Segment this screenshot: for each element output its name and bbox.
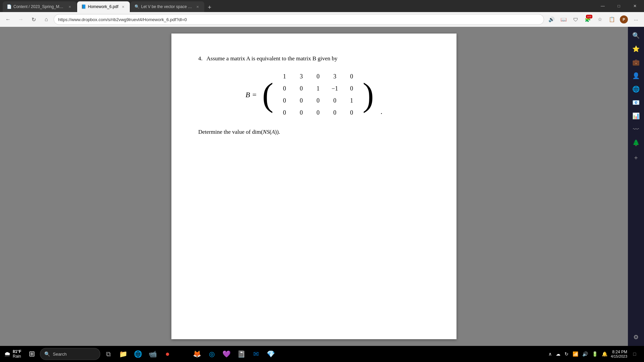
edge-favorites-icon[interactable]: ⭐: [630, 43, 642, 55]
taskbar-search-text: Search: [53, 352, 66, 357]
system-clock[interactable]: 8:24 PM 4/15/2023: [611, 350, 627, 358]
close-button[interactable]: ✕: [627, 0, 643, 12]
back-button[interactable]: ←: [3, 14, 13, 25]
navigation-bar: ← → ↻ ⌂ https://www.dropbox.com/s/rib2vw…: [0, 12, 644, 27]
cell-3-4: 0: [345, 107, 358, 118]
right-bracket: ): [363, 71, 374, 119]
tab-favicon-2: 📘: [81, 4, 86, 9]
cell-2-4: 1: [345, 95, 358, 106]
taskbar-search-icon: 🔍: [44, 351, 50, 357]
forward-button[interactable]: →: [15, 14, 26, 25]
cell-1-3: −1: [328, 83, 341, 94]
edge-outlook-icon[interactable]: 📧: [630, 97, 642, 109]
matrix-grid: 1 3 0 3 0 0 0 1 −1: [276, 71, 360, 119]
title-bar-left: 📄 Content / 2023_Spring_MATH_2... ✕ 📘 Ho…: [0, 0, 595, 12]
extension-badge: 103: [586, 15, 592, 18]
edge-briefcase-icon[interactable]: 💼: [630, 56, 642, 68]
taskbar: 🌧 81°F Rain ⊞ 🔍 Search ⧉ 📁 🌐 📹 ● 🛍 🦊 ◎ 💜…: [0, 346, 644, 362]
cell-0-0: 1: [278, 71, 291, 82]
tab-close-button-3[interactable]: ✕: [195, 4, 200, 9]
edge-add-icon[interactable]: ＋: [630, 152, 642, 164]
sub-problem-text: Determine the value of dim(NS(A)).: [198, 129, 280, 135]
taskbar-chrome[interactable]: ●: [161, 347, 174, 361]
tray-notification[interactable]: 🔔: [600, 350, 609, 358]
start-button[interactable]: ⊞: [25, 347, 39, 361]
taskbar-edge[interactable]: 🌐: [131, 347, 145, 361]
profile-avatar: P: [620, 15, 628, 23]
cell-1-1: 0: [294, 83, 308, 94]
taskbar-cortana[interactable]: ◎: [205, 347, 218, 361]
edge-person-icon[interactable]: 👤: [630, 70, 642, 82]
cell-3-3: 0: [328, 107, 341, 118]
cell-3-0: 0: [278, 107, 291, 118]
cell-0-3: 3: [328, 71, 341, 82]
maximize-button[interactable]: □: [611, 0, 627, 12]
tray-onedrive[interactable]: ☁: [554, 350, 562, 358]
edge-chart-icon[interactable]: 📊: [630, 110, 642, 122]
tab-vectorspace[interactable]: 🔍 Let V be the vector space of all 2... …: [130, 1, 204, 12]
matrix-equation: B = ( 1 3 0 3 0: [246, 71, 382, 119]
tab-bar: 📄 Content / 2023_Spring_MATH_2... ✕ 📘 Ho…: [0, 0, 214, 12]
cell-2-2: 0: [311, 95, 325, 106]
cell-0-2: 0: [311, 71, 325, 82]
system-tray-area: ∧ ☁ ↻ 📶 🔊 🔋 🔔 8:24 PM 4/15/2023 □: [547, 349, 640, 359]
taskbar-store[interactable]: 🛍: [175, 347, 189, 361]
cell-0-1: 3: [294, 71, 308, 82]
tab-content[interactable]: 📄 Content / 2023_Spring_MATH_2... ✕: [3, 1, 76, 12]
edge-search-icon[interactable]: 🔍: [630, 29, 642, 42]
tray-sound[interactable]: 🔊: [581, 350, 589, 358]
taskbar-mail[interactable]: ✉: [249, 347, 263, 361]
shield-button[interactable]: 🛡: [570, 14, 581, 25]
tab-title-2: Homework_6.pdf: [88, 4, 118, 9]
cell-1-4: 0: [345, 83, 358, 94]
notification-center[interactable]: □: [629, 349, 640, 359]
tab-title: Content / 2023_Spring_MATH_2...: [13, 4, 65, 9]
pdf-viewer: 4. Assume a matrix A is equivalent to th…: [0, 27, 628, 346]
home-button[interactable]: ⌂: [41, 14, 52, 25]
matrix-container: B = ( 1 3 0 3 0: [198, 71, 430, 119]
problem-text: Assume a matrix A is equivalent to the m…: [207, 55, 337, 62]
tab-favicon: 📄: [7, 4, 11, 9]
cell-2-3: 0: [328, 95, 341, 106]
extensions-button[interactable]: 🧩 103: [582, 14, 593, 25]
cell-3-2: 0: [311, 107, 325, 118]
tray-show-hidden[interactable]: ∧: [547, 350, 553, 358]
address-bar[interactable]: https://www.dropbox.com/s/rib2vwg9lruevt…: [54, 14, 544, 25]
tray-network[interactable]: 📶: [571, 350, 580, 358]
new-tab-button[interactable]: +: [205, 3, 214, 12]
taskbar-search[interactable]: 🔍 Search: [40, 348, 100, 360]
read-aloud-button[interactable]: 🔊: [546, 14, 557, 25]
matrix-label: B =: [246, 88, 257, 102]
immersive-reader-button[interactable]: 📖: [558, 14, 569, 25]
taskbar-visualstudio[interactable]: 💜: [220, 347, 233, 361]
problem-header: 4. Assume a matrix A is equivalent to th…: [198, 54, 430, 64]
matrix-bracket-container: ( 1 3 0 3 0 0 0: [262, 71, 374, 119]
favorites-button[interactable]: ☆: [594, 14, 605, 25]
tab-favicon-3: 🔍: [135, 4, 139, 9]
refresh-button[interactable]: ↻: [28, 14, 39, 25]
more-button[interactable]: ···: [631, 14, 641, 25]
profile-button[interactable]: P: [619, 14, 629, 25]
weather-temp: 81°F: [13, 349, 21, 354]
taskbar-firefox[interactable]: 🦊: [190, 347, 204, 361]
edge-settings-icon[interactable]: ⚙: [630, 331, 642, 343]
weather-icon: 🌧: [4, 350, 11, 358]
tray-refresh[interactable]: ↻: [563, 350, 570, 358]
edge-wave-icon[interactable]: 〰: [630, 123, 642, 135]
tray-battery[interactable]: 🔋: [591, 350, 599, 358]
url-display: https://www.dropbox.com/s/rib2vwg9lruevt…: [58, 17, 540, 22]
taskbar-explorer[interactable]: 📁: [116, 347, 130, 361]
taskbar-onenote[interactable]: 📓: [234, 347, 248, 361]
edge-logo-icon[interactable]: 🌐: [630, 83, 642, 95]
minimize-button[interactable]: —: [595, 0, 610, 12]
taskbar-teams[interactable]: 📹: [146, 347, 159, 361]
tab-close-button[interactable]: ✕: [67, 4, 72, 9]
tab-close-button-2[interactable]: ✕: [120, 4, 126, 9]
task-view-button[interactable]: ⧉: [102, 347, 115, 361]
tab-homework[interactable]: 📘 Homework_6.pdf ✕: [77, 1, 130, 12]
collections-button[interactable]: 📋: [606, 14, 617, 25]
problem-section: 4. Assume a matrix A is equivalent to th…: [198, 54, 430, 137]
weather-widget[interactable]: 🌧 81°F Rain: [4, 349, 21, 359]
taskbar-blue-app[interactable]: 💎: [264, 347, 277, 361]
edge-tree-icon[interactable]: 🌲: [630, 137, 642, 149]
